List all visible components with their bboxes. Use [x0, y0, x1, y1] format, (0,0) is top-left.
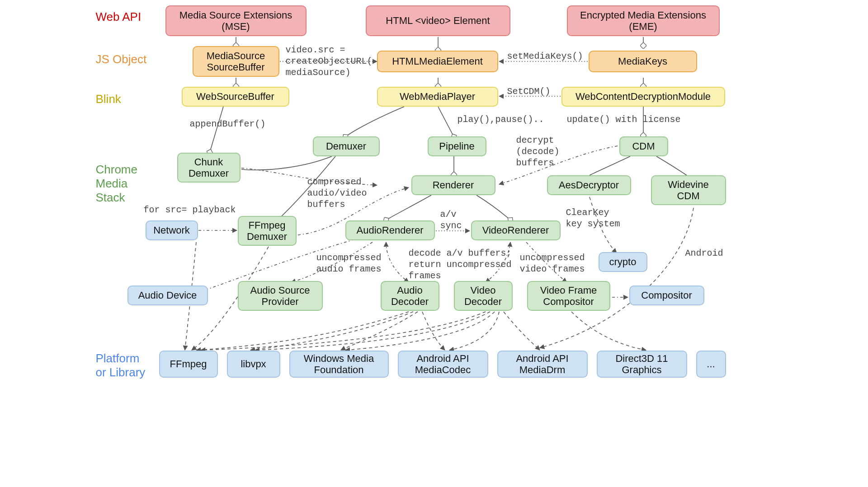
- node-video-element: HTML <video> Element: [366, 5, 510, 36]
- node-renderer: Renderer: [411, 175, 495, 195]
- note-append-buffer: appendBuffer(): [190, 118, 266, 130]
- node-widevine-cdm: Widevine CDM: [651, 175, 726, 205]
- node-audio-renderer: AudioRenderer: [345, 220, 435, 240]
- node-mediakeys: MediaKeys: [589, 51, 697, 72]
- node-android-mediacodec: Android API MediaCodec: [398, 351, 488, 378]
- node-aesdecryptor: AesDecryptor: [547, 175, 631, 195]
- node-compositor: Compositor: [629, 286, 704, 305]
- note-for-src: for src= playback: [144, 204, 236, 215]
- node-video-decoder: Video Decoder: [454, 281, 513, 311]
- svg-line-11: [438, 107, 454, 137]
- node-websourcebuffer: WebSourceBuffer: [182, 87, 289, 107]
- node-cdm: CDM: [619, 136, 668, 156]
- note-decode-av: decode a/v buffers; return uncompressed …: [409, 248, 512, 281]
- note-uncompressed-video: uncompressed video frames: [520, 252, 585, 275]
- node-demuxer: Demuxer: [313, 136, 380, 156]
- note-android: Android: [685, 248, 723, 259]
- node-network: Network: [146, 220, 198, 240]
- row-label-blink: Blink: [96, 92, 121, 106]
- node-video-frame-compositor: Video Frame Compositor: [527, 281, 610, 311]
- note-update-license: update() with license: [567, 114, 681, 125]
- node-windows-media-foundation: Windows Media Foundation: [289, 351, 389, 378]
- node-audio-device: Audio Device: [127, 286, 208, 305]
- node-android-mediadrm: Android API MediaDrm: [497, 351, 588, 378]
- node-video-renderer: VideoRenderer: [471, 220, 561, 240]
- node-audio-decoder: Audio Decoder: [381, 281, 439, 311]
- note-clearkey: ClearKey key system: [566, 207, 620, 229]
- node-more: ...: [696, 351, 726, 378]
- node-mse: Media Source Extensions (MSE): [165, 5, 307, 36]
- note-decrypt-buffers: decrypt (decode) buffers: [516, 135, 560, 169]
- row-label-jsobject: JS Object: [96, 52, 147, 66]
- note-compressed: compressed audio/video buffers: [307, 176, 367, 210]
- node-mediasource-sourcebuffer: MediaSource SourceBuffer: [193, 46, 279, 77]
- diagram-stage: Web API JS Object Blink Chrome Media Sta…: [88, 0, 781, 393]
- node-chunk-demuxer: Chunk Demuxer: [177, 153, 241, 183]
- row-label-chrome-media: Chrome Media Stack: [96, 163, 137, 205]
- node-direct3d11: Direct3D 11 Graphics: [597, 351, 687, 378]
- node-webcontentdecryptionmodule: WebContentDecryptionModule: [561, 87, 725, 107]
- row-label-platform: Platform or Library: [96, 351, 146, 379]
- note-create-object-url: video.src = createObjectURL( mediaSource…: [286, 44, 373, 78]
- node-webmediaplayer: WebMediaPlayer: [377, 87, 498, 107]
- node-ffmpeg-demuxer: FFmpeg Demuxer: [238, 216, 297, 246]
- note-av-sync: a/v sync: [440, 209, 462, 231]
- node-audio-source-provider: Audio Source Provider: [238, 281, 323, 311]
- note-play-pause: play(),pause()..: [458, 114, 544, 125]
- note-uncompressed-audio: uncompressed audio frames: [316, 252, 382, 275]
- node-crypto: crypto: [599, 252, 647, 272]
- note-set-media-keys: setMediaKeys(): [507, 51, 583, 62]
- node-htmlmediaelement: HTMLMediaElement: [377, 51, 498, 72]
- row-label-webapi: Web API: [96, 10, 142, 24]
- node-eme: Encrypted Media Extensions (EME): [567, 5, 720, 36]
- node-libvpx: libvpx: [227, 351, 280, 378]
- note-set-cdm: SetCDM(): [507, 86, 551, 97]
- node-ffmpeg: FFmpeg: [159, 351, 218, 378]
- node-pipeline: Pipeline: [428, 136, 486, 156]
